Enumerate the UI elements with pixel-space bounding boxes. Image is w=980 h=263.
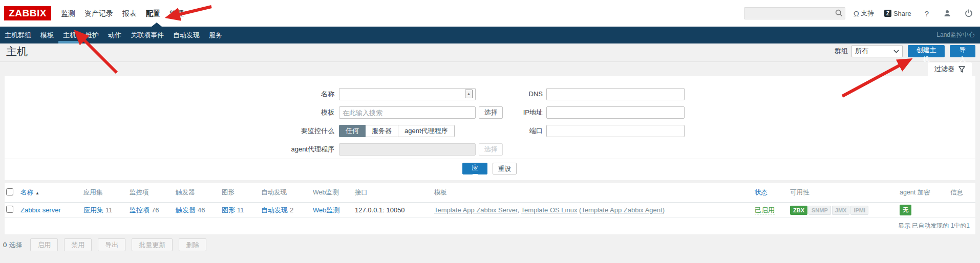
group-label: 群组	[835, 47, 848, 56]
header-interface: 接口	[355, 188, 434, 197]
group-select[interactable]: 所有	[851, 45, 903, 57]
logout-icon[interactable]	[965, 9, 973, 17]
header-name[interactable]: 名称	[20, 189, 33, 196]
zbx-badge: ZBX	[790, 206, 807, 215]
ip-input[interactable]	[546, 106, 685, 119]
top-menu: 监测 资产记录 报表 配置 管理	[56, 0, 188, 27]
port-input[interactable]	[546, 125, 685, 137]
header-agent-encryption: agent 加密	[900, 188, 950, 197]
subnav-host-groups[interactable]: 主机群组	[0, 27, 36, 43]
availability-cell: ZBXSNMPJMXIPMI	[790, 206, 900, 215]
top-menu-reports[interactable]: 报表	[118, 0, 141, 27]
help-button[interactable]: ?	[925, 9, 929, 18]
filter-tab-label: 过滤器	[934, 64, 954, 74]
group-select-value: 所有	[855, 47, 868, 56]
search-input[interactable]	[744, 7, 845, 19]
active-menu-caret-icon	[152, 23, 162, 27]
discovery-count: 2	[290, 206, 293, 214]
share-label: Share	[893, 10, 911, 17]
row-checkbox[interactable]	[6, 206, 13, 213]
jmx-badge: JMX	[832, 206, 850, 215]
import-button[interactable]: 导入	[950, 45, 975, 57]
template-separator: )	[663, 206, 665, 214]
header-items: 监控项	[130, 188, 176, 197]
enable-button: 启用	[30, 238, 58, 251]
create-host-button[interactable]: 创建主机	[908, 45, 945, 57]
delete-button: 删除	[179, 238, 206, 251]
graphs-link[interactable]: 图形	[222, 206, 235, 214]
displaying-count-label: 显示 已自动发现的 1中的1	[898, 222, 970, 230]
select-all-checkbox[interactable]	[6, 188, 13, 195]
subnav-templates[interactable]: 模板	[36, 27, 58, 43]
header-web: Web监测	[313, 188, 355, 197]
template-link-2[interactable]: Template OS Linux	[521, 206, 578, 214]
monitored-server-button[interactable]: 服务器	[366, 125, 398, 137]
selected-count: 0选择	[3, 240, 22, 250]
filter-panel: 名称 ▲ DNS 模板 选择 IP地址 要监控什么 任何 服务器 agent代理…	[5, 76, 975, 180]
reset-button[interactable]: 重设	[493, 163, 517, 174]
profile-icon[interactable]	[943, 9, 951, 17]
page-title: 主机	[6, 45, 28, 59]
host-name-link[interactable]: Zabbix server	[20, 206, 61, 214]
funnel-icon	[958, 66, 965, 73]
zabbix-logo[interactable]: ZABBIX	[4, 6, 51, 20]
top-bar-right: Ω 支持 Z Share ?	[744, 0, 974, 27]
web-link[interactable]: Web监测	[313, 206, 340, 214]
top-bar: ZABBIX 监测 资产记录 报表 配置 管理 Ω 支持 Z Share ?	[0, 0, 980, 27]
apply-button[interactable]: 应用	[462, 163, 487, 174]
dns-label: DNS	[461, 88, 543, 100]
encryption-badge: 无	[900, 205, 911, 215]
applications-count: 11	[105, 206, 113, 214]
items-link[interactable]: 监控项	[130, 206, 150, 214]
search-icon[interactable]	[835, 9, 843, 17]
mass-update-button: 批量更新	[132, 238, 173, 251]
template-separator: ,	[518, 206, 521, 214]
ip-label: IP地址	[461, 106, 543, 119]
header-discovery: 自动发现	[261, 188, 313, 197]
status-enabled-link[interactable]: 已启用	[755, 206, 775, 214]
share-link[interactable]: Z Share	[884, 10, 911, 17]
triggers-link[interactable]: 触发器	[176, 206, 196, 214]
template-search-input[interactable]	[339, 106, 476, 119]
name-input[interactable]	[339, 88, 476, 100]
support-label: 支持	[861, 9, 874, 18]
host-row: Zabbix server 应用集11 监控项76 触发器46 图形11 自动发…	[5, 203, 975, 218]
table-footer: 显示 已自动发现的 1中的1	[5, 218, 975, 234]
page-header: 主机 群组 所有 创建主机 导入	[0, 43, 980, 62]
discovery-link[interactable]: 自动发现	[261, 206, 288, 214]
header-triggers: 触发器	[176, 188, 222, 197]
filter-tab[interactable]: 过滤器	[928, 62, 972, 76]
support-link[interactable]: Ω 支持	[854, 9, 874, 18]
proxy-select-button: 选择	[479, 143, 503, 156]
dns-input[interactable]	[546, 88, 685, 100]
selected-count-label: 选择	[9, 241, 22, 249]
search-box	[744, 7, 845, 19]
items-count: 76	[152, 206, 159, 214]
snmp-badge: SNMP	[808, 206, 831, 215]
subnav-maintenance[interactable]: 维护	[81, 27, 103, 43]
monitored-any-button[interactable]: 任何	[339, 125, 366, 137]
template-link-3[interactable]: Template App Zabbix Agent	[581, 206, 662, 214]
subnav-hosts[interactable]: 主机	[58, 27, 81, 43]
header-applications: 应用集	[83, 188, 130, 197]
subnav-event-correlation[interactable]: 关联项事件	[126, 27, 168, 43]
monitored-by-label: 要监控什么	[252, 125, 334, 137]
monitored-proxy-button[interactable]: agent代理程序	[398, 125, 455, 137]
header-status[interactable]: 状态	[755, 189, 768, 196]
top-menu-inventory[interactable]: 资产记录	[80, 0, 117, 27]
table-header-row: 名称▲ 应用集 监控项 触发器 图形 自动发现 Web监测 接口 模板 状态 可…	[5, 183, 975, 203]
top-menu-monitoring[interactable]: 监测	[57, 0, 79, 27]
zabbix-share-icon: Z	[884, 10, 891, 17]
templates-cell: Template App Zabbix Server, Template OS …	[434, 206, 755, 214]
triggers-count: 46	[198, 206, 205, 214]
subnav-services[interactable]: 服务	[204, 27, 227, 43]
export-button: 导出	[98, 238, 125, 251]
subnav-actions[interactable]: 动作	[103, 27, 126, 43]
applications-link[interactable]: 应用集	[83, 206, 103, 214]
subnav-discovery[interactable]: 自动发现	[168, 27, 204, 43]
ipmi-badge: IPMI	[850, 206, 868, 215]
disable-button: 禁用	[64, 238, 92, 251]
graphs-count: 11	[237, 206, 244, 214]
top-menu-administration[interactable]: 管理	[165, 0, 188, 27]
template-link-1[interactable]: Template App Zabbix Server	[434, 206, 518, 214]
